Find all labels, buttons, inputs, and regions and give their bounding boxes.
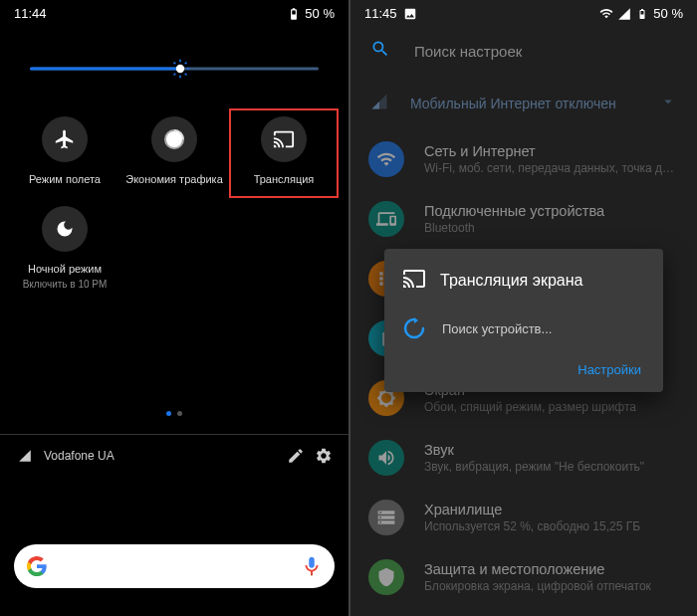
signal-icon <box>16 447 34 465</box>
status-time: 11:44 <box>14 6 47 21</box>
cast-dialog: Трансляция экрана Поиск устройств... Нас… <box>384 249 663 392</box>
cast-icon <box>261 116 307 162</box>
banner-text: Мобильный Интернет отключен <box>410 96 616 111</box>
page-indicator <box>0 411 348 416</box>
status-bar: 11:44 50 % <box>0 0 348 25</box>
dot-active <box>166 411 171 416</box>
brightness-thumb[interactable] <box>170 59 190 79</box>
qs-label: Режим полета <box>29 172 101 186</box>
setting-sub: Звук, вибрация, режим "Не беспокоить" <box>424 460 679 474</box>
qs-tile-night[interactable]: Ночной режим Включить в 10 PM <box>10 198 119 301</box>
qs-label: Трансляция <box>254 172 315 186</box>
spinner-icon <box>402 316 426 340</box>
shield-icon <box>368 559 404 595</box>
dialog-searching: Поиск устройств... <box>442 321 552 336</box>
setting-security[interactable]: Защита и местоположениеБлокировка экрана… <box>350 547 697 607</box>
search-icon <box>370 39 390 63</box>
qs-tile-airplane[interactable]: Режим полета <box>10 108 119 198</box>
setting-sub: Обои, спящий режим, размер шрифта <box>424 400 679 414</box>
qs-tile-cast[interactable]: Трансляция <box>229 108 339 198</box>
battery-percent: 50 % <box>653 6 683 21</box>
wifi-icon <box>368 141 404 177</box>
qs-tile-datasaver[interactable]: Экономия трафика <box>119 108 229 198</box>
quick-settings-grid: Режим полета Экономия трафика Трансляция… <box>0 108 348 302</box>
battery-percent: 50 % <box>305 6 335 21</box>
setting-sound[interactable]: ЗвукЗвук, вибрация, режим "Не беспокоить… <box>350 428 697 488</box>
sound-icon <box>368 440 404 476</box>
mobile-data-banner[interactable]: Мобильный Интернет отключен <box>350 77 697 129</box>
dot <box>177 411 182 416</box>
status-bar: 11:45 50 % <box>350 0 697 25</box>
setting-title: Защита и местоположение <box>424 561 679 577</box>
setting-storage[interactable]: ХранилищеИспользуется 52 %, свободно 15,… <box>350 488 697 547</box>
image-notif-icon <box>403 7 417 21</box>
storage-icon <box>368 500 404 535</box>
setting-title: Звук <box>424 442 679 458</box>
svg-point-0 <box>176 65 184 73</box>
signal-off-icon <box>370 93 388 113</box>
setting-title: Хранилище <box>424 502 679 517</box>
cast-icon <box>402 267 426 295</box>
carrier-name: Vodafone UA <box>44 449 115 463</box>
signal-icon <box>617 7 631 21</box>
status-right: 50 % <box>287 6 335 21</box>
qs-label: Экономия трафика <box>125 172 223 186</box>
status-right: 50 % <box>599 6 683 21</box>
edit-icon[interactable] <box>287 447 305 465</box>
search-placeholder: Поиск настроек <box>414 43 522 60</box>
settings-screen: 11:45 50 % Поиск настроек Мобильный Инте… <box>348 0 697 616</box>
setting-title: Подключенные устройства <box>424 203 679 219</box>
brightness-fill <box>30 68 180 71</box>
chevron-down-icon <box>659 93 677 113</box>
carrier-row: Vodafone UA <box>0 435 348 477</box>
devices-icon <box>368 201 404 237</box>
moon-icon <box>42 206 88 252</box>
quick-settings-panel: 11:44 50 % Режим полета Экономия трафика <box>0 0 348 616</box>
battery-icon <box>635 7 649 21</box>
setting-network[interactable]: Сеть и ИнтернетWi-Fi, моб. сети, передач… <box>350 129 697 189</box>
wifi-icon <box>599 7 613 21</box>
setting-sub: Используется 52 %, свободно 15,25 ГБ <box>424 519 679 533</box>
settings-search[interactable]: Поиск настроек <box>350 25 697 77</box>
google-logo-icon <box>26 555 48 577</box>
dialog-settings-button[interactable]: Настройки <box>578 362 641 377</box>
google-search-bar[interactable] <box>14 544 335 588</box>
airplane-icon <box>42 116 88 162</box>
gear-icon[interactable] <box>315 447 333 465</box>
qs-sublabel: Включить в 10 PM <box>23 279 108 290</box>
setting-sub: Блокировка экрана, цифровой отпечаток <box>424 579 679 593</box>
dialog-title: Трансляция экрана <box>440 272 582 290</box>
mic-icon[interactable] <box>301 555 323 577</box>
setting-title: Сеть и Интернет <box>424 143 679 159</box>
setting-sub: Wi-Fi, моб. сети, передача данных, точка… <box>424 161 679 175</box>
setting-sub: Bluetooth <box>424 221 679 235</box>
status-time: 11:45 <box>364 6 397 21</box>
brightness-slider[interactable] <box>30 59 319 79</box>
setting-connected[interactable]: Подключенные устройстваBluetooth <box>350 189 697 249</box>
qs-label: Ночной режим <box>28 262 102 276</box>
data-saver-icon <box>151 116 197 162</box>
battery-icon <box>287 7 301 21</box>
